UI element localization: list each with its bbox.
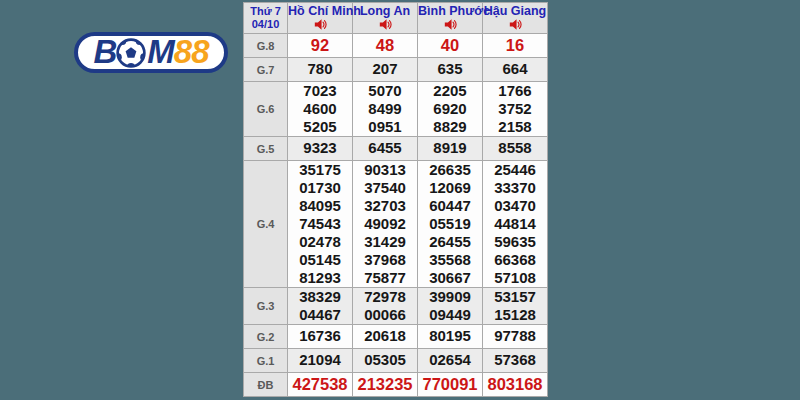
prize-number: 84095 [288,197,352,215]
prize-number: 31429 [353,233,417,251]
lottery-results-table: Thứ 7 04/10 Hồ Chí MinhLong AnBình Phước… [243,2,548,397]
prize-number-cell: 8558 [483,137,548,161]
prize-number: 664 [483,58,547,81]
prize-number: 12069 [418,179,482,197]
prize-number: 25446 [483,161,547,179]
prize-number-cell: 57368 [483,349,548,373]
prize-tier-label: G.5 [244,137,288,161]
prize-number: 05519 [418,215,482,233]
prize-number: 59635 [483,233,547,251]
prize-number: 66368 [483,251,547,269]
prize-number: 8499 [353,100,417,118]
prize-number-cell: 702346005205 [288,82,353,137]
speaker-icon[interactable] [379,18,392,31]
prize-row: G.33832904467729780006639909094495315715… [244,288,548,325]
prize-row: G.892484016 [244,34,548,58]
prize-number-cell: 3990909449 [418,288,483,325]
prize-number: 1766 [483,82,547,100]
prize-number-cell: 664 [483,58,548,82]
prize-number: 26635 [418,161,482,179]
prize-number-cell: 803168 [483,373,548,397]
prize-number: 57108 [483,269,547,287]
prize-number: 8558 [483,137,547,160]
logo-letter-m: M [147,35,173,68]
prize-number: 60447 [418,197,482,215]
prize-number: 02478 [288,233,352,251]
prize-number: 7023 [288,82,352,100]
draw-date-label: 04/10 [244,18,287,31]
prize-number: 2158 [483,118,547,136]
prize-number: 213235 [353,373,417,396]
prize-number: 80195 [418,325,482,348]
prize-row: ĐB427538213235770091803168 [244,373,548,397]
prize-number-cell: 20618 [353,325,418,349]
prize-number-cell: 176637522158 [483,82,548,137]
logo-number-88: 88 [174,35,209,68]
prize-number: 90313 [353,161,417,179]
prize-number: 72978 [353,288,417,306]
prize-tier-label: G.6 [244,82,288,137]
prize-number: 37968 [353,251,417,269]
prize-tier-label: ĐB [244,373,288,397]
prize-number: 427538 [288,373,352,396]
prize-number: 05305 [353,349,417,372]
prize-number-cell: 26635120696044705519264553556830667 [418,161,483,288]
prize-number-cell: 780 [288,58,353,82]
header-row: Thứ 7 04/10 Hồ Chí MinhLong AnBình Phước… [244,3,548,34]
prize-number: 0951 [353,118,417,136]
prize-number-cell: 40 [418,34,483,58]
prize-number: 33370 [483,179,547,197]
prize-number-cell: 21094 [288,349,353,373]
prize-number: 75877 [353,269,417,287]
prize-number: 635 [418,58,482,81]
prize-number: 20618 [353,325,417,348]
prize-number: 37540 [353,179,417,197]
prize-number: 207 [353,58,417,81]
prize-number-cell: 507084990951 [353,82,418,137]
prize-number-cell: 5315715128 [483,288,548,325]
prize-number-cell: 16736 [288,325,353,349]
prize-tier-label: G.2 [244,325,288,349]
speaker-icon[interactable] [444,18,457,31]
lottery-results-panel: Thứ 7 04/10 Hồ Chí MinhLong AnBình Phước… [243,2,548,397]
speaker-icon[interactable] [314,18,327,31]
prize-number: 40 [418,34,482,57]
province-column-header: Hồ Chí Minh [288,3,353,34]
prize-number: 81293 [288,269,352,287]
prize-number-cell: 770091 [418,373,483,397]
prize-tier-label: G.1 [244,349,288,373]
province-name: Hậu Giang [483,4,547,18]
prize-number: 2205 [418,82,482,100]
prize-number: 6455 [353,137,417,160]
prize-number: 38329 [288,288,352,306]
prize-number: 05145 [288,251,352,269]
prize-number-cell: 25446333700347044814596356636857108 [483,161,548,288]
prize-number: 02654 [418,349,482,372]
prize-number-cell: 02654 [418,349,483,373]
prize-row: G.216736206188019597788 [244,325,548,349]
prize-row: G.59323645589198558 [244,137,548,161]
prize-number: 6920 [418,100,482,118]
prize-number: 4600 [288,100,352,118]
province-column-header: Hậu Giang [483,3,548,34]
speaker-icon[interactable] [509,18,522,31]
prize-number-cell: 90313375403270349092314293796875877 [353,161,418,288]
prize-number-cell: 8919 [418,137,483,161]
prize-number-cell: 427538 [288,373,353,397]
prize-number-cell: 635 [418,58,483,82]
prize-number: 30667 [418,269,482,287]
prize-number-cell: 80195 [418,325,483,349]
draw-day-label: Thứ 7 [244,5,287,18]
prize-number-cell: 05305 [353,349,418,373]
prize-number: 92 [288,34,352,57]
prize-number: 16736 [288,325,352,348]
prize-number: 35568 [418,251,482,269]
prize-tier-label: G.4 [244,161,288,288]
prize-number-cell: 9323 [288,137,353,161]
draw-date-header: Thứ 7 04/10 [244,3,288,34]
prize-number: 09449 [418,306,482,324]
prize-row: G.43517501730840957454302478051458129390… [244,161,548,288]
prize-number: 39909 [418,288,482,306]
prize-number-cell: 3832904467 [288,288,353,325]
prize-number: 770091 [418,373,482,396]
